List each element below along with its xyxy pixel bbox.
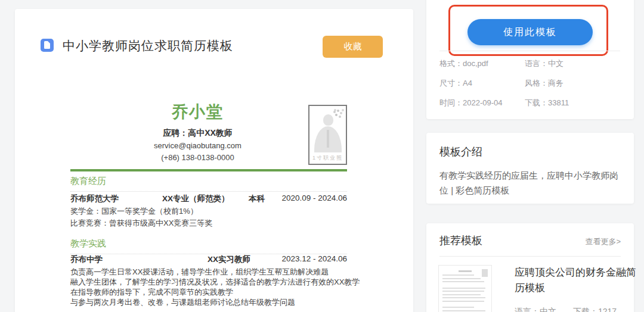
silhouette-tie [327, 130, 329, 148]
document-icon [41, 39, 54, 52]
meta-size: 尺寸：A4 [439, 78, 525, 89]
recommended-item-meta: 语言：中文下载：1217人 [515, 307, 621, 312]
resume-name: 乔小堂 [70, 101, 325, 123]
resume-email: service@qiaobutang.com [70, 141, 325, 150]
use-template-button[interactable]: 使用此模板 [467, 19, 593, 45]
divider [439, 256, 621, 257]
rec-download-label: 下载： [573, 307, 598, 312]
resume-objective: 应聘：高中XX教师 [70, 128, 325, 139]
template-details-card: 使用此模板 格式：doc,pdf 语言：中文 尺寸：A4 风格：商务 时间：20… [426, 0, 634, 119]
meta-language: 语言：中文 [525, 58, 569, 69]
resume-phone: (+86) 138-0138-0000 [70, 153, 325, 162]
divider [439, 51, 620, 51]
meta-style: 风格：商务 [525, 78, 569, 89]
meta-format: 格式：doc,pdf [439, 58, 525, 69]
practice-detail: 负责高一学生日常XX授课活动，辅导学生作业，组织学生互帮互助解决难题 [70, 267, 329, 277]
photo-caption: 1寸职业照 [309, 154, 346, 162]
see-more-link[interactable]: 查看更多> [585, 236, 621, 247]
practice-role: XX实习教师 [208, 254, 250, 265]
recommended-item[interactable]: 应聘顶尖公司的财务金融简历模板 语言：中文下载：1217人 [439, 265, 621, 312]
favorite-button[interactable]: 收藏 [323, 36, 383, 58]
recommended-thumbnail[interactable] [438, 265, 492, 312]
rec-lang-value: 中文 [540, 307, 556, 312]
education-detail: 比赛竞赛：曾获得市级高中XX竞赛三等奖 [70, 218, 212, 229]
practice-detail: 融入学生团体，了解学生的学习情况及状况，选择适合的教学方法进行有效的XX教学 [70, 277, 360, 288]
page-title: 中小学教师岗位求职简历模板 [63, 38, 233, 54]
silhouette-head [323, 114, 333, 126]
template-intro-card: 模板介绍 有教学实践经历的应届生，应聘中小学教师岗位 | 彩色简历模板 [426, 133, 634, 204]
meta-downloads: 下载：33811 [525, 98, 569, 108]
resume-photo-placeholder: 1寸职业照 [308, 105, 347, 165]
meta-time: 时间：2022-09-04 [439, 98, 525, 108]
practice-date: 2023.12 - 2024.06 [281, 254, 347, 263]
education-major: XX专业（师范类） [162, 194, 230, 204]
education-detail: 奖学金：国家一等奖学金（校前1%） [70, 206, 198, 217]
template-meta: 格式：doc,pdf 语言：中文 尺寸：A4 风格：商务 时间：2022-09-… [439, 58, 569, 108]
recommended-item-title[interactable]: 应聘顶尖公司的财务金融简历模板 [515, 265, 643, 296]
section-heading-education: 教育经历 [70, 176, 347, 192]
resume-green-divider [70, 169, 347, 171]
section-heading-practice: 教学实践 [70, 238, 347, 254]
education-degree: 本科 [249, 194, 265, 204]
education-date: 2020.09 - 2024.06 [281, 194, 347, 202]
practice-detail: 与参与两次月考出卷、改卷，与课题组老师讨论总结年级教学问题 [70, 297, 295, 308]
recommended-title: 推荐模板 [439, 233, 482, 248]
practice-school: 乔布中学 [70, 254, 103, 265]
template-preview-card: 中小学教师岗位求职简历模板 收藏 乔小堂 应聘：高中XX教师 service@q… [15, 9, 413, 312]
decor-dots [333, 111, 336, 113]
recommended-templates-card: 推荐模板 查看更多> 应聘顶尖公司的财务金融简历模板 语言：中文下载：1217人 [426, 223, 634, 312]
practice-detail: 在指导教师的指导下，完成不同章节的实践教学 [70, 287, 233, 298]
intro-title: 模板介绍 [439, 145, 621, 159]
intro-text: 有教学实践经历的应届生，应聘中小学教师岗位 | 彩色简历模板 [439, 168, 618, 198]
recommended-header: 推荐模板 查看更多> [439, 233, 621, 248]
education-school: 乔布师范大学 [70, 194, 119, 204]
rec-lang-label: 语言： [515, 307, 540, 312]
